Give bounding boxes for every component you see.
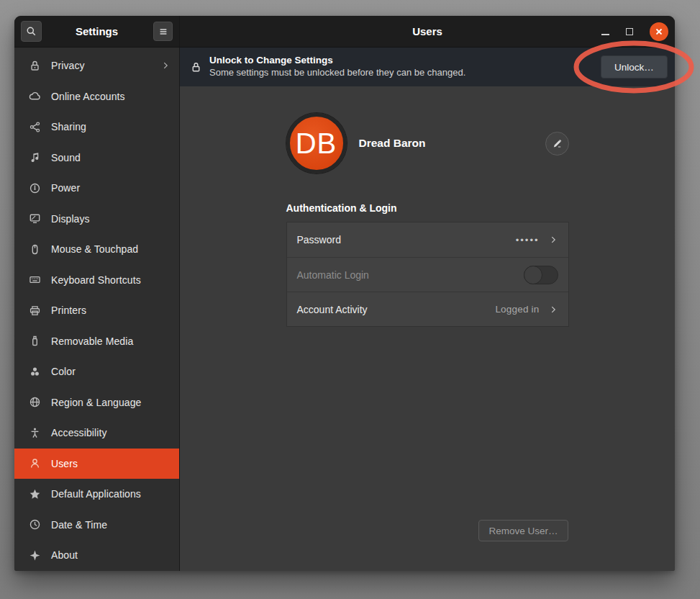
chevron-right-icon bbox=[160, 60, 171, 71]
sidebar-item-privacy[interactable]: Privacy bbox=[14, 50, 179, 81]
sidebar-item-label: Removable Media bbox=[51, 335, 171, 347]
sidebar-item-label: Keyboard Shortcuts bbox=[51, 274, 171, 286]
edit-name-button[interactable] bbox=[545, 132, 569, 156]
password-row[interactable]: Password ••••• bbox=[287, 222, 568, 257]
sidebar-item-label: Default Applications bbox=[51, 488, 171, 500]
printer-icon bbox=[29, 305, 41, 317]
sidebar-item-printers[interactable]: Printers bbox=[14, 295, 179, 326]
share-icon bbox=[29, 121, 41, 133]
automatic-login-row: Automatic Login bbox=[287, 257, 568, 292]
sidebar-item-sound[interactable]: Sound bbox=[14, 143, 179, 174]
sidebar-item-date-time[interactable]: Date & Time bbox=[14, 510, 179, 541]
avatar[interactable]: DB bbox=[286, 113, 347, 174]
sidebar-item-label: Mouse & Touchpad bbox=[51, 243, 171, 255]
users-panel: Unlock to Change Settings Some settings … bbox=[180, 48, 675, 571]
sidebar-item-region-language[interactable]: Region & Language bbox=[14, 387, 179, 418]
window-controls bbox=[601, 16, 668, 47]
minimize-button[interactable] bbox=[601, 28, 609, 35]
sidebar-item-mouse-touchpad[interactable]: Mouse & Touchpad bbox=[14, 234, 179, 265]
sidebar-item-about[interactable]: About bbox=[14, 540, 179, 571]
music-note-icon bbox=[29, 151, 41, 163]
page-title: Users bbox=[412, 25, 442, 37]
close-icon bbox=[655, 27, 663, 36]
sidebar-item-removable-media[interactable]: Removable Media bbox=[14, 326, 179, 357]
mouse-icon bbox=[29, 243, 41, 256]
sidebar-item-label: About bbox=[51, 549, 171, 561]
sidebar-item-label: Region & Language bbox=[51, 397, 171, 408]
sidebar-item-label: Sharing bbox=[51, 121, 171, 132]
sidebar-item-label: Power bbox=[51, 182, 171, 194]
sidebar-item-default-applications[interactable]: Default Applications bbox=[14, 479, 179, 510]
remove-user-button[interactable]: Remove User… bbox=[478, 520, 568, 541]
sidebar-headerbar: Settings bbox=[14, 16, 180, 48]
automatic-login-toggle[interactable] bbox=[524, 266, 558, 284]
password-label: Password bbox=[297, 234, 341, 246]
sidebar-item-accessibility[interactable]: Accessibility bbox=[14, 418, 179, 449]
sidebar-item-sharing[interactable]: Sharing bbox=[14, 112, 179, 143]
star-icon bbox=[29, 488, 41, 500]
usb-drive-icon bbox=[29, 335, 41, 347]
globe-icon bbox=[29, 396, 41, 408]
sidebar-item-color[interactable]: Color bbox=[14, 356, 179, 387]
sidebar-item-label: Privacy bbox=[51, 60, 160, 71]
clock-icon bbox=[29, 518, 41, 531]
power-gauge-icon bbox=[29, 182, 41, 194]
unlock-banner-title: Unlock to Change Settings bbox=[209, 55, 465, 67]
search-icon bbox=[26, 26, 37, 37]
hamburger-icon bbox=[158, 27, 168, 37]
search-button[interactable] bbox=[21, 21, 42, 42]
monitor-icon bbox=[29, 212, 41, 225]
password-value: ••••• bbox=[516, 235, 540, 246]
sidebar-item-label: Sound bbox=[51, 152, 171, 163]
sidebar-item-label: Online Accounts bbox=[51, 91, 171, 102]
profile-row: DB Dread Baron bbox=[286, 113, 569, 174]
lock-icon bbox=[29, 60, 41, 72]
sidebar-item-label: Color bbox=[51, 366, 171, 377]
toggle-knob bbox=[524, 266, 542, 284]
sidebar-item-label: Users bbox=[51, 458, 171, 469]
main-headerbar: Users bbox=[180, 16, 675, 48]
unlock-button[interactable]: Unlock… bbox=[601, 55, 668, 78]
auth-list: Password ••••• Automatic Login Account A… bbox=[286, 222, 569, 327]
account-activity-row[interactable]: Account Activity Logged in bbox=[287, 292, 568, 326]
unlock-banner-subtitle: Some settings must be unlocked before th… bbox=[209, 67, 465, 78]
sidebar-item-label: Accessibility bbox=[51, 427, 171, 438]
sidebar-item-keyboard-shortcuts[interactable]: Keyboard Shortcuts bbox=[14, 265, 179, 296]
sidebar-item-displays[interactable]: Displays bbox=[14, 204, 179, 235]
sidebar-item-label: Printers bbox=[51, 305, 171, 316]
keyboard-icon bbox=[29, 274, 41, 286]
users-content: DB Dread Baron Authentication & Login Pa… bbox=[180, 86, 675, 571]
cloud-icon bbox=[29, 90, 41, 102]
close-button[interactable] bbox=[650, 22, 668, 41]
sidebar-item-users[interactable]: Users bbox=[14, 449, 179, 479]
sidebar: Privacy Online Accounts Sharing Sound Po… bbox=[14, 48, 180, 571]
minimize-icon bbox=[601, 34, 609, 35]
sidebar-item-label: Displays bbox=[51, 213, 171, 225]
pencil-icon bbox=[552, 138, 563, 149]
settings-window: Settings Users Privacy Online Accounts bbox=[14, 16, 675, 571]
account-activity-label: Account Activity bbox=[297, 304, 368, 315]
user-icon bbox=[29, 457, 41, 469]
maximize-button[interactable] bbox=[626, 28, 633, 35]
menu-button[interactable] bbox=[153, 22, 173, 41]
accessibility-icon bbox=[29, 427, 41, 439]
color-circles-icon bbox=[29, 366, 41, 378]
user-name: Dread Baron bbox=[359, 137, 426, 150]
unlock-banner: Unlock to Change Settings Some settings … bbox=[180, 48, 675, 86]
sidebar-item-power[interactable]: Power bbox=[14, 173, 179, 204]
sidebar-item-label: Date & Time bbox=[51, 519, 171, 531]
banner-lock-icon bbox=[190, 61, 202, 73]
automatic-login-label: Automatic Login bbox=[297, 269, 369, 281]
account-activity-value: Logged in bbox=[495, 304, 539, 315]
sparkle-icon bbox=[29, 549, 41, 562]
chevron-right-icon bbox=[548, 235, 558, 245]
maximize-icon bbox=[626, 28, 633, 35]
chevron-right-icon bbox=[548, 305, 558, 315]
sidebar-item-online-accounts[interactable]: Online Accounts bbox=[14, 81, 179, 112]
auth-section-title: Authentication & Login bbox=[286, 202, 569, 214]
